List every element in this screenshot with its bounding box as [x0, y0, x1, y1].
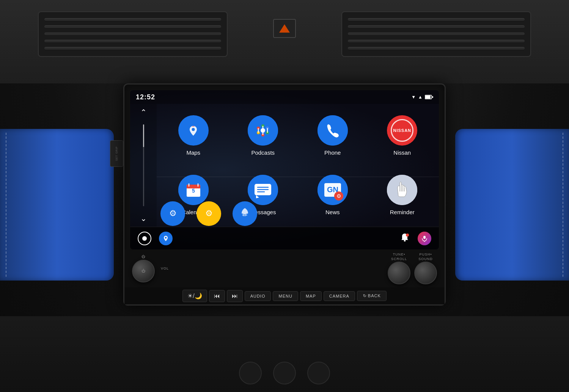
set-label: SET	[115, 155, 118, 161]
map-button[interactable]: MAP	[300, 291, 322, 301]
screen-taskbar	[130, 227, 439, 249]
tune-label-1: TUNE•	[393, 252, 406, 256]
back-arrow-icon: ↺	[363, 293, 366, 298]
app-grid-partial: ⚙ ⚙	[157, 200, 439, 227]
bottom-vent-2[interactable]	[273, 362, 296, 384]
vol-label-area: VOL	[161, 267, 169, 270]
status-icons: ▼ ▲	[411, 94, 433, 100]
nissan-label: Nissan	[393, 149, 411, 156]
infotainment-unit: 12:52 ▼ ▲ ⌃	[123, 83, 446, 306]
vent-slat	[44, 25, 221, 28]
menu-button[interactable]: MENU	[273, 291, 298, 301]
push-label-2: SOUND	[418, 257, 433, 261]
partial-app3-icon: ✏	[233, 201, 257, 226]
scroll-bar[interactable]	[143, 124, 144, 206]
controls-row: ⏻ ⏻ VOL TUNE• SCROLL PUSH• SO	[124, 249, 445, 287]
nav-sidebar: ⌃ ⌄	[130, 104, 157, 227]
partial-app-1[interactable]: ⚙	[160, 201, 185, 226]
home-button[interactable]	[138, 232, 151, 245]
phone-icon-svg	[318, 115, 348, 146]
svg-text:⚙: ⚙	[205, 209, 213, 218]
partial-app-3[interactable]: ✏	[233, 201, 257, 226]
car-interior: GRIP SET 12:52 ▼ ▲	[0, 0, 569, 392]
grip-set-button[interactable]: GRIP SET	[110, 140, 123, 167]
next-track-button[interactable]: ⏭	[227, 290, 243, 302]
stitch-line	[563, 133, 563, 277]
maps-icon-svg	[185, 122, 202, 139]
svg-text:⚙: ⚙	[336, 193, 341, 199]
svg-rect-49	[404, 240, 406, 241]
home-dot	[142, 236, 147, 241]
power-symbol: ⏻	[141, 269, 145, 273]
scroll-up-arrow[interactable]: ⌃	[140, 108, 147, 117]
camera-button[interactable]: CAMERA	[324, 291, 355, 301]
audio-button[interactable]: AUDIO	[245, 291, 271, 301]
notification-button[interactable]	[399, 232, 410, 245]
push-sound-knob[interactable]	[414, 262, 437, 284]
vol-label: VOL	[161, 267, 169, 270]
vent-slat	[348, 33, 525, 36]
scroll-down-arrow[interactable]: ⌄	[140, 214, 147, 223]
mic-icon-svg	[421, 235, 428, 242]
vent-slat	[44, 40, 221, 43]
prev-track-button[interactable]: ⏮	[209, 290, 225, 302]
bottom-vent-1[interactable]	[239, 362, 262, 384]
vent-slat	[44, 33, 221, 36]
hazard-triangle-icon	[279, 24, 290, 33]
power-knob-area: ⏻ ⏻	[132, 255, 155, 282]
phone-label: Phone	[324, 149, 341, 156]
left-controls: ⏻ ⏻ VOL	[132, 255, 169, 282]
battery-icon	[425, 95, 433, 99]
partial-settings-icon: ⚙	[160, 201, 185, 226]
svg-rect-2	[432, 96, 433, 98]
voice-assistant-button[interactable]	[418, 232, 431, 245]
svg-text:✏: ✏	[242, 212, 248, 218]
bottom-vent-3[interactable]	[307, 362, 330, 384]
maps-taskbar-button[interactable]	[159, 232, 173, 245]
wifi-icon: ▼	[411, 94, 416, 100]
screen: 12:52 ▼ ▲ ⌃	[130, 90, 439, 249]
vent-slat	[44, 18, 221, 21]
phone-icon	[318, 115, 348, 146]
maps-taskbar-svg	[162, 235, 170, 242]
nissan-icon: NISSAN	[387, 115, 417, 146]
vent-slat	[348, 18, 525, 21]
svg-point-50	[406, 234, 409, 237]
app-item-maps[interactable]: Maps	[160, 108, 226, 163]
brightness-button[interactable]: ☀/🌙	[182, 290, 207, 302]
maps-icon	[178, 115, 209, 146]
left-panel	[0, 129, 114, 281]
app-item-phone[interactable]: Phone	[300, 108, 366, 163]
vent-left	[38, 11, 228, 57]
app-item-podcasts[interactable]: Podcasts	[230, 108, 296, 163]
power-vol-knob[interactable]: ⏻	[132, 260, 155, 282]
svg-point-48	[165, 237, 167, 238]
app-item-nissan[interactable]: NISSAN Nissan	[369, 108, 435, 163]
tune-knob[interactable]	[388, 262, 410, 284]
bottom-area	[0, 316, 569, 392]
partial-app-2[interactable]: ⚙	[196, 201, 221, 226]
physical-buttons-row: ☀/🌙 ⏮ ⏭ AUDIO MENU MAP CAMERA ↺ BACK	[124, 287, 445, 304]
power-icon: ⏻	[141, 255, 145, 259]
bell-icon	[399, 232, 410, 243]
hazard-button[interactable]	[273, 19, 296, 38]
vent-area	[0, 0, 569, 83]
partial-app2-icon: ⚙	[196, 201, 221, 226]
back-button[interactable]: ↺ BACK	[357, 291, 387, 301]
stitch-line	[6, 133, 6, 277]
podcasts-icon-svg	[248, 115, 278, 146]
vent-slat	[44, 47, 221, 50]
taskbar-right	[399, 232, 431, 245]
podcasts-icon	[248, 115, 278, 146]
screen-inner: 12:52 ▼ ▲ ⌃	[130, 90, 439, 249]
back-label: BACK	[368, 293, 381, 298]
podcasts-label: Podcasts	[251, 149, 275, 156]
svg-rect-1	[425, 96, 431, 99]
vent-slat	[348, 40, 525, 43]
scroll-thumb	[143, 124, 144, 147]
grip-label: GRIP	[115, 146, 118, 154]
taskbar-left	[138, 232, 173, 245]
settings-icon-svg: ⚙	[164, 205, 181, 222]
tune-label-2: SCROLL	[391, 257, 407, 261]
push-label-area: PUSH• SOUND	[414, 252, 437, 284]
